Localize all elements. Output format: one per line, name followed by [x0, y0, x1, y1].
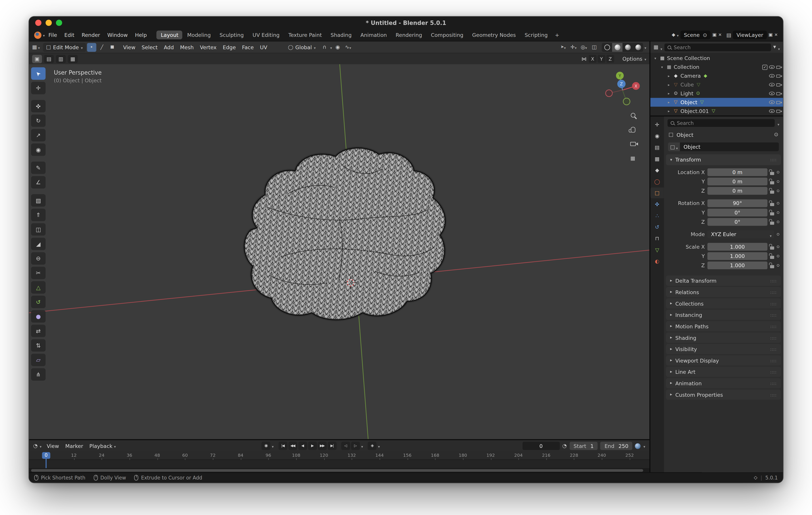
timeline-scrollbar[interactable]: [29, 468, 649, 473]
collapsed-panel-animation[interactable]: Animation: [666, 378, 781, 388]
animate-dot[interactable]: [777, 246, 779, 248]
lock-icon[interactable]: [770, 181, 774, 184]
tool-shrink-fatten[interactable]: ⇅: [31, 339, 46, 351]
drag-grip-icon[interactable]: [771, 323, 777, 329]
drag-grip-icon[interactable]: [771, 157, 777, 163]
frame-start-field[interactable]: Start 1: [570, 442, 598, 450]
value-field[interactable]: 0 m: [707, 168, 767, 176]
orientation-dropdown[interactable]: Global: [285, 43, 319, 52]
keying-dropdown[interactable]: [272, 443, 273, 449]
drag-grip-icon[interactable]: [771, 369, 777, 375]
viewport-menu-view[interactable]: View: [120, 43, 139, 51]
value-field[interactable]: 90°: [707, 199, 767, 207]
playhead-line[interactable]: [46, 458, 47, 468]
options-dropdown[interactable]: [644, 56, 646, 62]
tool-bevel[interactable]: ◢: [31, 238, 46, 250]
animate-dot[interactable]: [777, 221, 779, 223]
tool-cursor[interactable]: ✛: [31, 82, 46, 94]
tool-rotate[interactable]: ↻: [31, 115, 46, 127]
workspace-tab-compositing[interactable]: Compositing: [427, 30, 468, 39]
object-name-field[interactable]: Object: [680, 142, 779, 151]
select-mode-vertex-button[interactable]: [87, 43, 96, 52]
current-frame-field[interactable]: 0: [522, 442, 560, 450]
viewport-menu-uv[interactable]: UV: [257, 43, 270, 51]
animate-dot[interactable]: [777, 180, 779, 183]
value-field[interactable]: 0°: [707, 218, 767, 226]
disclosure-icon[interactable]: ▾: [653, 56, 658, 60]
outliner-row-collection[interactable]: ▾ Collection: [650, 63, 783, 71]
tool-transform[interactable]: ◉: [31, 143, 46, 156]
collapsed-panel-custom-properties[interactable]: Custom Properties: [666, 390, 781, 400]
frame-step-next-frame[interactable]: ▷: [351, 442, 360, 450]
select-mode-edge-button[interactable]: [97, 43, 107, 52]
viewport-canvas[interactable]: User Perspective (0) Object | Object ➤ ✛…: [29, 64, 649, 439]
gizmos-dropdown[interactable]: [569, 43, 578, 52]
tool-measure[interactable]: ∠: [31, 176, 46, 189]
editor-type-icon[interactable]: [33, 443, 37, 448]
tool-loop-cut[interactable]: ⊖: [31, 252, 46, 264]
properties-tab-view-layer[interactable]: ▦: [650, 153, 664, 164]
new-view-layer-button[interactable]: [768, 33, 773, 37]
timeline-channels[interactable]: [29, 460, 649, 468]
disclosure-icon[interactable]: ▸: [666, 100, 671, 104]
outliner-row-object-001[interactable]: ▸ Object.001: [650, 107, 783, 115]
properties-tab-modifiers[interactable]: ✜: [650, 199, 664, 210]
close-button[interactable]: [35, 20, 41, 26]
properties-tab-material[interactable]: ◐: [650, 256, 664, 266]
unlink-scene-button[interactable]: [718, 33, 722, 37]
box-select-mode-extend-button[interactable]: [44, 55, 54, 63]
zoom-button[interactable]: [627, 109, 639, 121]
chevron-down-icon[interactable]: [643, 443, 645, 449]
orthographic-toggle-button[interactable]: [627, 152, 639, 165]
hide-in-viewport-toggle[interactable]: [769, 101, 775, 104]
disable-in-renders-toggle[interactable]: [776, 110, 780, 113]
workspace-tab-shading[interactable]: Shading: [326, 30, 356, 39]
hide-in-viewport-toggle[interactable]: [769, 109, 775, 113]
filter-icon[interactable]: [773, 45, 776, 49]
mesh-object[interactable]: [220, 142, 478, 328]
viewport-menu-face[interactable]: Face: [239, 43, 257, 51]
box-select-mode-set-button[interactable]: [32, 55, 42, 63]
collapsed-panel-delta-transform[interactable]: Delta Transform: [666, 276, 781, 286]
collapsed-panel-collections[interactable]: Collections: [666, 298, 781, 309]
view-layer-name-field[interactable]: ViewLayer: [733, 30, 767, 39]
chevron-down-icon[interactable]: [660, 42, 662, 52]
filter-dropdown[interactable]: [778, 42, 780, 52]
viewport-menu-mesh[interactable]: Mesh: [177, 43, 197, 51]
properties-search-input[interactable]: Search: [667, 119, 775, 127]
transport-play-forward[interactable]: ▶: [308, 442, 317, 450]
lock-icon[interactable]: [770, 221, 774, 224]
titlebar[interactable]: * Untitled - Blender 5.0.1: [29, 17, 783, 29]
menu-item-edit[interactable]: Edit: [61, 31, 78, 39]
chevron-down-icon[interactable]: [40, 443, 41, 449]
collapsed-panel-instancing[interactable]: Instancing: [666, 310, 781, 320]
outliner-search-input[interactable]: Search: [664, 43, 771, 51]
drag-grip-icon[interactable]: [771, 335, 777, 340]
tool-edge-slide[interactable]: ⇄: [31, 325, 46, 337]
drag-grip-icon[interactable]: [771, 278, 777, 284]
hide-in-viewport-toggle[interactable]: [769, 74, 775, 78]
blender-logo-icon[interactable]: [34, 31, 41, 38]
menu-item-file[interactable]: File: [45, 31, 61, 39]
network-icon[interactable]: [754, 475, 757, 480]
disable-in-renders-toggle[interactable]: [776, 65, 780, 68]
drag-grip-icon[interactable]: [771, 358, 777, 364]
properties-tab-data[interactable]: ▽: [650, 245, 664, 255]
collapsed-panel-visibility[interactable]: Visibility: [666, 344, 781, 354]
pin-icon[interactable]: [774, 132, 779, 137]
tool-rip-region[interactable]: ⋔: [31, 368, 46, 381]
disclosure-icon[interactable]: ▸: [666, 83, 671, 87]
add-workspace-button[interactable]: +: [552, 31, 562, 39]
lock-icon[interactable]: [770, 246, 774, 249]
transport-next-keyframe[interactable]: ▶▶: [318, 442, 326, 450]
transport-jump-to-start[interactable]: |◀: [278, 442, 287, 450]
menu-item-help[interactable]: Help: [131, 31, 150, 39]
mirror-axis-toggle-x[interactable]: X: [589, 55, 597, 63]
viewport-menu-select[interactable]: Select: [139, 43, 161, 51]
falloff-dropdown[interactable]: [343, 43, 353, 52]
value-field[interactable]: 0 m: [707, 178, 767, 185]
animate-dot[interactable]: [777, 264, 779, 267]
camera-view-button[interactable]: [627, 138, 639, 150]
select-mode-face-button[interactable]: [108, 43, 117, 52]
properties-tab-constraints[interactable]: ⊓: [650, 233, 664, 244]
